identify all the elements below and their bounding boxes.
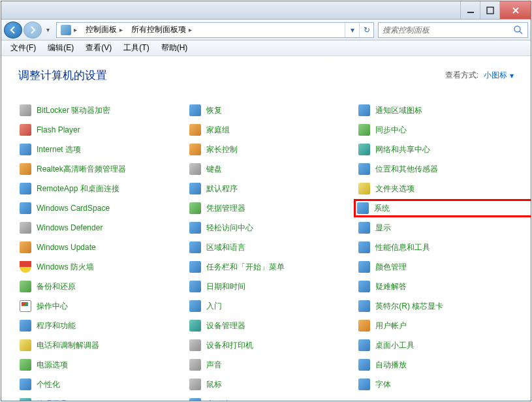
control-panel-item[interactable]: 字体 [357,378,514,391]
item-icon [20,202,31,214]
page-title: 调整计算机的设置 [18,68,107,83]
item-icon [20,398,31,401]
control-panel-item[interactable]: RemoteApp 和桌面连接 [18,182,175,195]
item-icon [20,339,31,351]
item-icon [20,222,31,234]
control-panel-item[interactable]: Windows Update [18,241,175,254]
menu-item[interactable]: 查看(V) [80,41,117,55]
control-panel-item[interactable]: 性能信息和工具 [357,241,514,254]
nav-toolbar: ▾ ▸ 控制面板 ▸ 所有控制面板项 ▸ ▾ ↻ [1,20,531,40]
control-panel-item[interactable]: 声音 [188,358,345,371]
control-panel-item[interactable]: 鼠标 [188,378,345,391]
minimize-button[interactable] [460,1,480,19]
control-panel-item[interactable]: 显示 [357,221,514,234]
address-dropdown[interactable]: ▾ [345,23,359,37]
control-panel-item[interactable]: Windows Defender [18,221,175,234]
close-button[interactable] [499,1,531,19]
control-panel-item[interactable]: 家长控制 [188,143,345,156]
control-panel-item[interactable]: 设备和打印机 [188,339,345,352]
control-panel-item[interactable]: Windows 防火墙 [18,260,175,273]
search-box[interactable] [378,22,528,38]
nav-history-dropdown[interactable]: ▾ [43,23,52,37]
control-panel-item[interactable]: 恢复 [188,104,345,117]
control-panel-item[interactable]: 文件夹选项 [357,182,514,195]
control-panel-item[interactable]: 电源选项 [18,358,175,371]
item-label: 设备管理器 [206,320,245,332]
menu-item[interactable]: 编辑(E) [42,41,79,55]
item-label: Windows 防火墙 [37,262,94,273]
back-button[interactable] [4,22,22,39]
item-label: 自动播放 [375,360,407,371]
control-panel-item[interactable]: Internet 选项 [18,143,175,156]
control-panel-item[interactable]: 区域和语言 [188,241,345,254]
content-area: 调整计算机的设置 查看方式: 小图标 ▾ BitLocker 驱动器加密恢复通知… [1,56,531,401]
control-panel-item[interactable]: 用户帐户 [357,319,514,332]
control-panel-item[interactable]: Windows CardSpace [18,202,175,215]
control-panel-item[interactable]: 默认程序 [188,182,345,195]
control-panel-item[interactable]: 键盘 [188,162,345,176]
control-panel-item[interactable]: 网络和共享中心 [357,143,514,156]
forward-button[interactable] [23,22,42,39]
control-panel-item[interactable]: 通知区域图标 [357,104,514,117]
control-panel-item[interactable]: 个性化 [18,378,175,391]
control-panel-item[interactable]: Flash Player [18,123,175,136]
menu-item[interactable]: 工具(T) [118,41,154,55]
menu-item[interactable]: 文件(F) [5,41,41,55]
item-icon [358,163,370,175]
control-panel-item[interactable]: 管理工具 [18,397,175,401]
item-label: 显示 [375,223,391,234]
control-panel-item-highlighted[interactable]: 系统 [354,199,531,217]
control-panel-item[interactable]: BitLocker 驱动器加密 [18,104,175,117]
control-panel-item[interactable]: 入门 [188,300,345,313]
control-panel-item[interactable]: 日期和时间 [188,280,345,293]
control-panel-item[interactable]: 颜色管理 [357,260,514,273]
control-panel-item[interactable]: 操作中心 [18,300,175,313]
item-label: 英特尔(R) 核芯显卡 [375,301,443,312]
control-panel-item[interactable]: 同步中心 [357,123,514,136]
view-mode: 查看方式: 小图标 ▾ [445,70,514,81]
control-panel-item[interactable]: 位置和其他传感器 [357,162,514,176]
item-icon [189,398,201,401]
item-label: 颜色管理 [375,262,407,273]
item-label: 电源选项 [37,360,68,371]
address-root[interactable]: ▸ [57,23,82,37]
search-input[interactable] [383,25,513,35]
item-label: Realtek高清晰音频管理器 [37,164,126,175]
item-label: 管理工具 [37,399,68,401]
control-panel-item[interactable]: 程序和功能 [18,319,175,332]
control-panel-item[interactable]: 电话和调制解调器 [18,339,175,352]
maximize-button[interactable] [480,1,499,19]
item-label: 键盘 [206,164,222,175]
control-panel-item[interactable]: Realtek高清晰音频管理器 [18,162,175,176]
control-panel-item[interactable]: 轻松访问中心 [188,221,345,234]
item-icon [20,163,31,175]
item-icon [358,281,370,292]
menu-item[interactable]: 帮助(H) [156,41,193,55]
control-panel-item[interactable]: 桌面小工具 [357,339,514,352]
breadcrumb-seg-1[interactable]: 控制面板 ▸ [82,23,127,37]
item-label: 鼠标 [206,379,222,390]
item-label: 文件夹选项 [375,183,415,194]
item-label: 任务栏和「开始」菜单 [206,262,285,273]
address-bar[interactable]: ▸ 控制面板 ▸ 所有控制面板项 ▸ ▾ ↻ [56,22,374,38]
control-panel-item[interactable]: 索引选项 [188,397,345,401]
control-panel-item[interactable]: 疑难解答 [357,280,514,293]
control-panel-item[interactable]: 英特尔(R) 核芯显卡 [357,300,514,313]
chevron-right-icon: ▸ [119,26,123,33]
control-panel-item[interactable]: 家庭组 [188,123,345,136]
svg-point-2 [514,26,520,32]
control-panel-item[interactable]: 设备管理器 [188,319,345,332]
control-panel-item[interactable]: 凭据管理器 [188,202,345,215]
control-panel-item[interactable]: 任务栏和「开始」菜单 [188,260,345,273]
control-panel-item[interactable]: 备份和还原 [18,280,175,293]
item-label: 电话和调制解调器 [37,340,99,351]
refresh-button[interactable]: ↻ [359,23,373,37]
view-mode-select[interactable]: 小图标 ▾ [484,70,514,81]
item-label: 入门 [206,301,222,312]
item-icon [20,183,31,194]
item-label: 日期和时间 [206,281,245,292]
breadcrumb-seg-2[interactable]: 所有控制面板项 ▸ [127,23,196,37]
item-label: 字体 [375,379,391,390]
control-panel-item[interactable]: 自动播放 [357,358,514,371]
item-label: 通知区域图标 [375,105,422,116]
